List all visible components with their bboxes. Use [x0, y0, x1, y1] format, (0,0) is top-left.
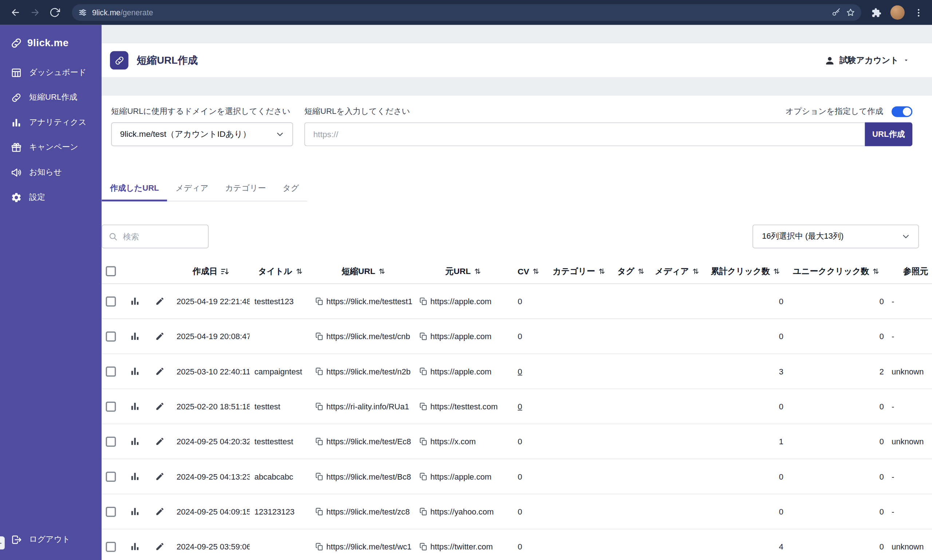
- copy-icon[interactable]: [315, 472, 324, 481]
- column-select[interactable]: 16列選択中 (最大13列): [753, 225, 919, 248]
- copy-icon[interactable]: [419, 507, 428, 515]
- tab-メディア[interactable]: メディア: [167, 176, 217, 201]
- short-url[interactable]: https://9lick.me/testtest1: [326, 297, 412, 306]
- row-edit-button[interactable]: [155, 366, 165, 376]
- copy-icon[interactable]: [315, 297, 324, 306]
- copy-icon[interactable]: [419, 402, 428, 411]
- profile-avatar[interactable]: [890, 5, 905, 20]
- row-edit-button[interactable]: [155, 507, 165, 516]
- bookmark-star-icon[interactable]: [846, 8, 855, 17]
- row-checkbox[interactable]: [106, 542, 116, 552]
- source-url[interactable]: https://x.com: [430, 437, 476, 446]
- short-url[interactable]: https://9lick.me/test/Ec8: [326, 437, 411, 446]
- short-url[interactable]: https://9lick.me/test/wc1: [326, 542, 411, 551]
- column-header-title[interactable]: タイトル: [250, 259, 312, 283]
- copy-icon[interactable]: [315, 402, 324, 411]
- url-input[interactable]: [304, 122, 865, 146]
- column-header-date[interactable]: 作成日: [172, 259, 250, 283]
- source-url[interactable]: https://twitter.com: [430, 542, 493, 551]
- address-bar[interactable]: 9lick.me/generate: [72, 4, 861, 21]
- row-edit-button[interactable]: [155, 472, 165, 481]
- create-url-button[interactable]: URL作成: [865, 122, 913, 146]
- created-at: 2025-03-10 22:40:11: [177, 367, 250, 375]
- row-edit-button[interactable]: [155, 437, 165, 446]
- option-toggle[interactable]: [892, 106, 912, 117]
- row-checkbox[interactable]: [106, 366, 116, 377]
- row-analytics-button[interactable]: [129, 401, 140, 412]
- copy-icon[interactable]: [315, 332, 324, 341]
- row-analytics-button[interactable]: [129, 471, 140, 482]
- tab-カテゴリー[interactable]: カテゴリー: [217, 176, 274, 201]
- site-settings-icon[interactable]: [78, 8, 87, 17]
- row-analytics-button[interactable]: [129, 296, 140, 306]
- domain-select[interactable]: 9lick.me/test（アカウントIDあり）: [111, 122, 293, 146]
- row-edit-button[interactable]: [155, 402, 165, 411]
- copy-icon[interactable]: [315, 367, 324, 375]
- source-url[interactable]: https://apple.com: [430, 297, 491, 306]
- row-analytics-button[interactable]: [129, 366, 140, 377]
- row-checkbox[interactable]: [106, 296, 116, 306]
- menu-dots-icon[interactable]: [914, 7, 924, 17]
- column-header-src[interactable]: 元URL: [416, 259, 511, 283]
- short-url[interactable]: https://9lick.me/test/zc8: [326, 507, 410, 515]
- account-menu[interactable]: 試験アカウント: [824, 55, 909, 66]
- copy-icon[interactable]: [419, 472, 428, 481]
- copy-icon[interactable]: [419, 367, 428, 375]
- short-url[interactable]: https://ri-ality.info/RUa1: [326, 402, 409, 411]
- column-header-cat[interactable]: カテゴリー: [547, 259, 612, 283]
- short-url[interactable]: https://9lick.me/test/n2b: [326, 367, 411, 375]
- copy-icon[interactable]: [315, 542, 324, 551]
- browser-back-button[interactable]: [8, 5, 23, 20]
- brand[interactable]: 9lick.me: [0, 25, 102, 49]
- column-header-unique[interactable]: ユニーククリック数: [787, 259, 886, 283]
- copy-icon[interactable]: [419, 542, 428, 551]
- short-url[interactable]: https://9lick.me/test/Bc8: [326, 472, 411, 481]
- bar-chart-icon: [129, 366, 140, 377]
- copy-icon[interactable]: [419, 332, 428, 341]
- source-url[interactable]: https://apple.com: [430, 472, 491, 481]
- column-header-tag[interactable]: タグ: [612, 259, 651, 283]
- row-edit-button[interactable]: [155, 297, 165, 306]
- copy-icon[interactable]: [315, 507, 324, 515]
- copy-icon[interactable]: [315, 437, 324, 446]
- extensions-icon[interactable]: [871, 7, 881, 17]
- sidebar-item-analytics[interactable]: アナリティクス: [0, 110, 102, 135]
- sidebar-item-notice[interactable]: お知らせ: [0, 160, 102, 185]
- column-header-cv[interactable]: CV: [511, 259, 547, 283]
- source-url[interactable]: https://testtest.com: [430, 402, 498, 411]
- sidebar-item-dashboard[interactable]: ダッシュボード: [0, 60, 102, 85]
- sidebar-item-generate[interactable]: 短縮URL作成: [0, 85, 102, 110]
- row-edit-button[interactable]: [155, 331, 165, 341]
- sidebar-item-logout[interactable]: ログアウト: [0, 527, 102, 552]
- tab-タグ[interactable]: タグ: [274, 176, 307, 201]
- column-header-media[interactable]: メディア: [651, 259, 704, 283]
- row-analytics-button[interactable]: [129, 541, 140, 552]
- browser-reload-button[interactable]: [48, 5, 62, 20]
- row-analytics-button[interactable]: [129, 506, 140, 517]
- source-url[interactable]: https://apple.com: [430, 367, 491, 375]
- password-key-icon[interactable]: [832, 8, 841, 17]
- sidebar-item-campaign[interactable]: キャンペーン: [0, 135, 102, 160]
- referrer: -: [892, 297, 894, 306]
- row-checkbox[interactable]: [106, 331, 116, 341]
- column-header-short[interactable]: 短縮URL: [312, 259, 416, 283]
- tab-作成したURL[interactable]: 作成したURL: [102, 176, 167, 201]
- row-checkbox[interactable]: [106, 506, 116, 517]
- row-checkbox[interactable]: [106, 472, 116, 482]
- row-analytics-button[interactable]: [129, 436, 140, 446]
- browser-forward-button[interactable]: [28, 5, 42, 20]
- source-url[interactable]: https://yahoo.com: [430, 507, 494, 515]
- search-input[interactable]: [122, 231, 202, 242]
- column-header-ref[interactable]: 参照元: [886, 259, 932, 283]
- short-url[interactable]: https://9lick.me/test/cnb: [326, 332, 410, 341]
- row-edit-button[interactable]: [155, 542, 165, 551]
- select-all-checkbox[interactable]: [106, 266, 116, 276]
- source-url[interactable]: https://apple.com: [430, 332, 491, 341]
- sidebar-item-settings[interactable]: 設定: [0, 185, 102, 210]
- row-checkbox[interactable]: [106, 436, 116, 446]
- copy-icon[interactable]: [419, 437, 428, 446]
- column-header-total[interactable]: 累計クリック数: [704, 259, 788, 283]
- row-analytics-button[interactable]: [129, 331, 140, 341]
- row-checkbox[interactable]: [106, 402, 116, 412]
- copy-icon[interactable]: [419, 297, 428, 306]
